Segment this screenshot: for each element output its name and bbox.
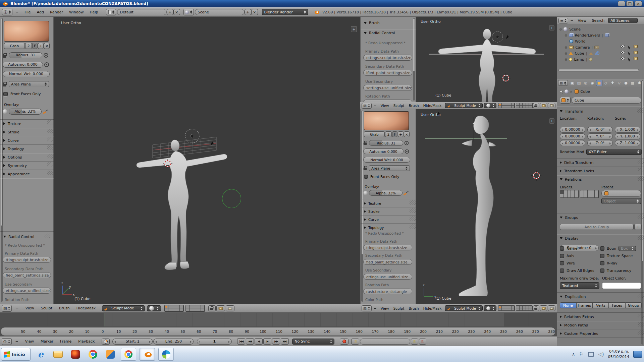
- panel-topology[interactable]: Topology: [361, 224, 416, 231]
- layer-cell[interactable]: [529, 306, 532, 308]
- plane-lock-icon[interactable]: [3, 82, 7, 87]
- add-to-group-button[interactable]: Add to Group: [560, 224, 634, 230]
- panel-radial-control[interactable]: Radial Control: [364, 31, 395, 35]
- unified-size-lock-icon[interactable]: [3, 53, 7, 58]
- menu-sculpt[interactable]: Sculpt: [38, 306, 55, 310]
- brush-preview[interactable]: [4, 21, 49, 42]
- rot-x-field[interactable]: X: 0°: [587, 127, 613, 133]
- viewport-main[interactable]: User Ortho +: [54, 17, 360, 304]
- add-brush-button[interactable]: +: [38, 43, 44, 49]
- loc-x-field[interactable]: 0.00000: [560, 127, 585, 133]
- layer-cell[interactable]: [516, 306, 520, 308]
- jump-to-start-button[interactable]: |◀◀: [237, 338, 245, 345]
- loc-y-field[interactable]: 0.00000: [560, 133, 585, 139]
- display-transparency-checkbox[interactable]: [600, 268, 604, 273]
- primary-path-field[interactable]: ttings.sculpt.brush.size: [3, 257, 51, 263]
- layer-cell[interactable]: [564, 194, 568, 198]
- brush-users-count[interactable]: 2: [25, 43, 32, 49]
- collapse-menus-icon[interactable]: −: [372, 306, 378, 310]
- layer-cell[interactable]: [520, 106, 523, 108]
- display-texspace-checkbox[interactable]: [600, 254, 604, 258]
- collapse-menus-icon[interactable]: −: [12, 339, 21, 344]
- taskbar-chrome-button[interactable]: [86, 348, 100, 361]
- layer-cell[interactable]: [190, 308, 193, 311]
- menu-view[interactable]: View: [379, 104, 391, 108]
- panel-brush[interactable]: Brush: [364, 21, 380, 25]
- layer-cell[interactable]: [523, 306, 526, 308]
- menu-sculpt[interactable]: Sculpt: [391, 306, 407, 310]
- expand-icon[interactable]: ⊕: [565, 58, 567, 61]
- end-frame-field[interactable]: End: 250: [153, 339, 194, 345]
- fake-user-button[interactable]: F: [32, 43, 38, 49]
- lock-button[interactable]: [208, 305, 216, 311]
- layer-cell[interactable]: [520, 103, 523, 106]
- viewport-front[interactable]: User Ortho + (1) Cube: [416, 17, 557, 102]
- layer-cell[interactable]: [168, 308, 172, 311]
- tray-expand-icon[interactable]: ∧: [572, 352, 575, 357]
- panel-custom-properties[interactable]: Custom Properties: [557, 329, 644, 338]
- layer-cell[interactable]: [201, 305, 205, 308]
- menu-hide-mask[interactable]: Hide/Mask: [421, 306, 444, 310]
- display-all-edges-checkbox[interactable]: [560, 268, 564, 273]
- autosmooth-slider[interactable]: Autosmo: 0.000: [3, 62, 43, 68]
- shading-select[interactable]: [147, 305, 161, 311]
- taskbar-pinwheel-button[interactable]: [158, 348, 174, 361]
- shading-select[interactable]: [484, 103, 496, 108]
- record-button[interactable]: [340, 339, 348, 345]
- sync-select[interactable]: No Sync: [292, 339, 334, 345]
- brush-preview[interactable]: [364, 111, 409, 130]
- mode-select[interactable]: Sculpt Mode: [445, 103, 483, 108]
- layer-cell[interactable]: [523, 308, 526, 311]
- use-preview-range-button[interactable]: [102, 339, 110, 345]
- parent-field[interactable]: [601, 190, 641, 197]
- layer-cell[interactable]: [193, 305, 197, 308]
- tab-render[interactable]: ▣: [569, 80, 576, 86]
- layer-cell[interactable]: [193, 308, 197, 311]
- overlay-toggle-icon[interactable]: [3, 109, 7, 114]
- menu-help[interactable]: Help: [87, 10, 101, 14]
- radius-slider[interactable]: Radius: 31: [9, 52, 42, 58]
- rot-z-field[interactable]: Z: 0°: [587, 140, 613, 146]
- add-layout-button[interactable]: +: [167, 9, 173, 15]
- play-button[interactable]: ▶: [263, 338, 271, 345]
- panel-curve[interactable]: Curve: [0, 136, 54, 144]
- editor-type-selector[interactable]: ▧: [2, 305, 12, 312]
- panel-appearance[interactable]: Appearance: [0, 170, 54, 178]
- layers-grid-b[interactable]: [580, 190, 599, 198]
- taskbar-app-dark-button[interactable]: [68, 348, 83, 361]
- editor-type-selector[interactable]: ⓘ: [2, 9, 12, 15]
- tab-render-layers[interactable]: ▤: [576, 80, 582, 86]
- scale-x-field[interactable]: X: 1.000: [615, 127, 640, 133]
- layer-cell[interactable]: [591, 190, 595, 194]
- layer-cell[interactable]: [575, 190, 578, 194]
- display-filter-select[interactable]: All Scenes: [608, 18, 638, 23]
- collapse-menus-icon[interactable]: −: [12, 10, 21, 14]
- timeline-band[interactable]: [0, 313, 557, 326]
- current-frame-field[interactable]: 1: [197, 339, 232, 345]
- layer-cell[interactable]: [591, 194, 595, 198]
- keying-set-field[interactable]: [360, 339, 410, 345]
- layer-cell[interactable]: [584, 194, 588, 198]
- tab-modifiers[interactable]: ✚: [609, 80, 616, 86]
- layer-cell[interactable]: [180, 305, 183, 308]
- scale-z-field[interactable]: Z: 1.000: [615, 140, 640, 146]
- render-anim-button[interactable]: [226, 305, 234, 311]
- menu-hide-mask[interactable]: Hide/Mask: [421, 104, 444, 108]
- show-desktop-icon[interactable]: [633, 351, 642, 358]
- outliner-row-world[interactable]: World: [559, 38, 642, 44]
- layer-cell[interactable]: [502, 306, 505, 308]
- expand-icon[interactable]: ⊕: [565, 52, 567, 55]
- parent-type-select[interactable]: Object: [601, 198, 641, 204]
- layer-cell[interactable]: [186, 308, 190, 311]
- panel-display[interactable]: Display: [557, 234, 644, 242]
- layer-cell[interactable]: [165, 308, 168, 311]
- layer-cell[interactable]: [172, 305, 176, 308]
- layer-cell[interactable]: [502, 106, 505, 108]
- collapse-icon[interactable]: ⊖: [559, 27, 562, 31]
- layer-cell[interactable]: [180, 308, 183, 311]
- autosmooth-slider[interactable]: Autosmo: 0.000: [363, 148, 404, 154]
- outliner-hscrollbar[interactable]: [558, 69, 639, 71]
- menu-brush[interactable]: Brush: [407, 306, 421, 310]
- start-frame-field[interactable]: Start: 1: [112, 339, 153, 345]
- lock-button[interactable]: [533, 305, 539, 311]
